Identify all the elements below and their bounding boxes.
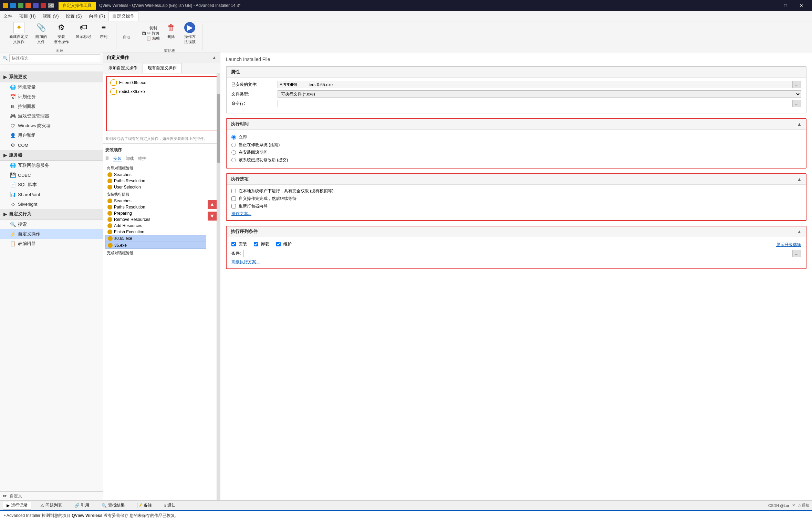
command-line-field[interactable] [278,100,792,107]
center-scrollbar-thumb[interactable] [217,94,220,163]
sidebar-item-custom-actions[interactable]: ⚡ 自定义操作 [0,229,103,239]
sidebar-item-control-panel[interactable]: 🖥 控制面板 [0,102,103,111]
menu-settings[interactable]: 设置 (S) [62,12,85,21]
radio-modifying-system-input[interactable] [231,143,236,147]
checkbox-local-account-input[interactable] [231,189,236,193]
tab-existing-custom-action[interactable]: 现有自定义操作 [143,63,182,73]
menu-file[interactable]: 文件 [0,12,16,21]
delete-button[interactable]: 🗑 删除 [162,20,180,46]
sidebar-edit-icon[interactable]: ✏ [3,493,7,499]
seq-action-1[interactable]: s0.65.exe [105,235,206,242]
tab-add-custom-action[interactable]: 添加自定义操作 [103,63,143,73]
status-tab-search-results[interactable]: 🔍 查找结果 [98,501,128,509]
seq-user-selection[interactable]: User Selection [105,184,206,190]
seq-paths-resolution-1[interactable]: Paths Resolution [105,178,206,184]
sidebar-item-game-explorer[interactable]: 🎮 游戏资源管理器 [0,111,103,121]
radio-during-install-input[interactable] [231,150,236,155]
command-line-browse-button[interactable]: ... [792,100,801,107]
status-tab-issues[interactable]: ⚠ 问题列表 [37,501,65,509]
seq-tab-all[interactable]: 安装 [113,156,122,162]
seq-remove-resources[interactable]: Remove Resources [105,216,206,223]
working-dir-link[interactable]: 操作文本... [231,211,801,217]
checkbox-repackage[interactable]: 重新打包器向导 [231,203,801,209]
seq-paths-resolution-2[interactable]: Paths Resolution [105,204,206,210]
operation-video-button[interactable]: ▶ 操作方法视频 [181,20,199,46]
sidebar-item-sharepoint[interactable]: 📊 SharePoint [0,190,103,199]
sidebar-item-internet-info[interactable]: 🌐 互联网信息服务 [0,161,103,170]
menu-project[interactable]: 项目 (H) [16,12,39,21]
close-icon[interactable]: ✕ [792,503,795,508]
status-tab-references[interactable]: 🔗 引用 [71,501,93,509]
seq-move-up-button[interactable]: ▲ [208,200,217,209]
checkbox-install[interactable]: 安装 [231,241,247,247]
installed-file-browse-button[interactable]: ... [792,81,801,88]
advanced-exec-link[interactable]: 高级执行方案... [231,259,801,265]
seq-preparing[interactable]: Preparing [105,210,206,216]
new-custom-action-button[interactable]: ✦ 新建自定义义操作 [6,20,31,46]
copy-button[interactable]: ⧉ 复制 ✂ 剪切 📋 粘贴 [140,20,162,46]
center-collapse-icon[interactable]: ▲ [212,55,217,60]
checkbox-uninstall[interactable]: 卸载 [254,241,269,247]
execution-options-collapse[interactable]: ▲ [797,176,802,182]
seq-move-down-button[interactable]: ▼ [208,212,217,221]
menu-view[interactable]: 视图 (V) [39,12,62,21]
checkbox-wait-complete[interactable]: 自义操作完完成，然后继续等待 [231,196,801,202]
action-item-2[interactable]: redist.x86.exe [108,87,215,96]
status-tab-notes[interactable]: 📝 备注 [134,501,155,509]
minimize-button[interactable]: — [762,0,778,11]
checkbox-maintenance[interactable]: 维护 [276,241,292,247]
seq-tab-uninstall[interactable]: 卸载 [126,156,134,162]
status-tab-notifications[interactable]: ℹ 通知 [161,501,179,509]
checkbox-wait-complete-input[interactable] [231,196,236,201]
radio-after-success-input[interactable] [231,158,236,162]
sequence-button[interactable]: ≡ 序列 [95,20,113,46]
checkbox-local-account[interactable]: 在本地系统帐户下运行，具有完全权限 (没有模拟等) [231,188,801,194]
menu-wizard[interactable]: 向导 (R) [85,12,109,21]
sidebar-item-table-editor[interactable]: 📋 表编辑器 [0,239,103,248]
checkbox-maintenance-input[interactable] [276,242,281,246]
custom-behavior-header[interactable]: ▶ 自定义行为 [0,209,103,220]
radio-modifying-system[interactable]: 当正在修改系统 (延期) [231,142,801,148]
install-prep-button[interactable]: ⚙ 安装准准操作 [51,20,72,46]
sidebar-item-win-firewall[interactable]: 🛡 Windows 防火墙 [0,121,103,131]
seq-finish-execution[interactable]: Finish Execution [105,229,206,235]
system-changes-header[interactable]: ▶ 系统更改 [0,72,103,82]
sidebar-item-search[interactable]: 🔍 搜索 [0,220,103,229]
seq-action-2[interactable]: 36.exe [105,242,206,249]
advanced-options-link[interactable]: 显示升级选项 [776,242,801,248]
menu-custom-actions[interactable]: 自定义操作 [108,11,138,21]
seq-searches-2[interactable]: Searches [105,198,206,204]
close-button[interactable]: ✕ [793,0,809,11]
seq-tab-maintenance[interactable]: 维护 [138,156,146,162]
sidebar-item-sql-script[interactable]: 📄 SQL 脚本 [0,180,103,190]
server-header[interactable]: ▶ 服务器 [0,150,103,161]
sidebar-item-users-groups[interactable]: 👤 用户和组 [0,131,103,140]
radio-during-install[interactable]: 在安装回滚期间 [231,150,801,155]
condition-browse-button[interactable]: ... [792,250,801,257]
radio-after-success[interactable]: 该系统已成功修改后 (提交) [231,157,801,163]
status-tab-run-log[interactable]: ▶ 运行记录 [3,501,31,510]
checkbox-uninstall-input[interactable] [254,242,258,246]
seq-searches-1[interactable]: Searches [105,172,206,178]
sidebar-item-env-var[interactable]: 🌐 环境变量 [0,82,103,92]
radio-immediate-input[interactable] [231,135,236,140]
execution-time-collapse[interactable]: ▲ [797,121,802,127]
search-input[interactable] [9,54,100,62]
sidebar-item-odbc[interactable]: 💾 ODBC [0,170,103,180]
file-type-select[interactable]: 可执行文件 (*.exe) [278,90,801,98]
checkbox-repackage-input[interactable] [231,204,236,208]
display-mark-button[interactable]: 🏷 显示标记 [73,20,94,46]
center-scrollbar[interactable] [217,73,220,500]
attach-file-button[interactable]: 📎 附加的文件 [32,20,50,46]
expand-bottom-icon[interactable]: △通知 [798,503,809,508]
sidebar-item-silverlight[interactable]: ◇ Silverlight [0,199,103,209]
installed-file-field[interactable] [278,81,792,88]
sidebar-item-com[interactable]: ⚙ COM [0,140,103,150]
checkbox-install-input[interactable] [231,242,236,246]
radio-immediate[interactable]: 立即 [231,134,801,140]
sidebar-item-scheduled-task[interactable]: 📅 计划任务 [0,92,103,102]
execution-order-collapse[interactable]: ▲ [797,229,802,234]
maximize-button[interactable]: □ [778,0,793,11]
seq-add-resources[interactable]: Add Resources [105,223,206,229]
action-item-1[interactable]: Filters0.65.exe [108,78,215,87]
